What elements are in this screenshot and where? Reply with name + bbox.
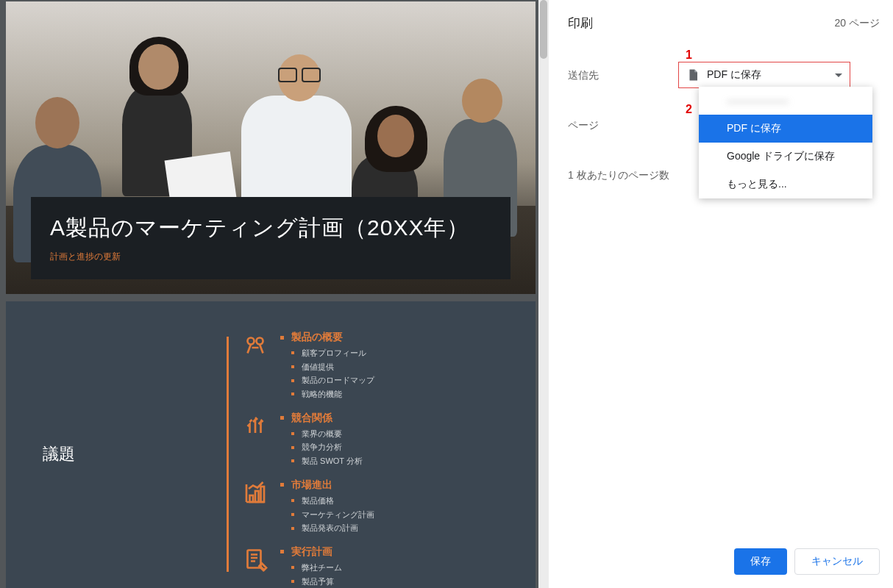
agenda-section: 実行計画弊社チーム製品予算進捗状況の更新次へ — [242, 545, 513, 588]
agenda-sub-item: 顧客プロフィール — [291, 346, 513, 360]
pages-per-sheet-label: 1 枚あたりのページ数 — [568, 168, 678, 183]
destination-dropdown[interactable]: —————— PDF に保存 Google ドライブに保存 もっと見る... — [699, 87, 872, 198]
preview-slide-2: 議題 製品の概要顧客プロフィール価値提供製品のロードマップ戦略的機能競合関係業界… — [6, 301, 536, 588]
cancel-button[interactable]: キャンセル — [794, 548, 880, 575]
agenda-section-head: 製品の概要 — [280, 331, 513, 344]
agenda-divider — [227, 337, 229, 572]
agenda-sub-item: 戦略的機能 — [291, 387, 513, 401]
dropdown-item-printer[interactable]: —————— — [699, 87, 872, 115]
agenda-section: 製品の概要顧客プロフィール価値提供製品のロードマップ戦略的機能 — [242, 331, 513, 401]
agenda-sub-item: 競争力分析 — [291, 440, 513, 454]
agenda-sub-item: 製品予算 — [291, 575, 513, 588]
agenda-section: 競合関係業界の概要競争力分析製品 SWOT 分析 — [242, 412, 513, 468]
destination-select[interactable]: PDF に保存 — [678, 62, 850, 88]
agenda-section-icon — [242, 332, 268, 359]
dialog-footer: 保存 キャンセル — [568, 537, 880, 575]
save-button[interactable]: 保存 — [734, 548, 787, 575]
svg-point-0 — [248, 338, 255, 345]
agenda-sub-item: マーケティング計画 — [291, 508, 513, 522]
page-count: 20 ページ — [835, 17, 880, 30]
destination-value: PDF に保存 — [707, 68, 835, 82]
agenda-sub-item: 弊社チーム — [291, 561, 513, 575]
preview-scrollbar[interactable] — [538, 0, 549, 588]
preview-slide-1: A製品のマーケティング計画（20XX年） 計画と進捗の更新 — [6, 1, 536, 294]
agenda-body: 製品の概要顧客プロフィール価値提供製品のロードマップ戦略的機能競合関係業界の概要… — [242, 331, 513, 578]
agenda-section-icon — [242, 547, 268, 573]
svg-point-1 — [257, 338, 263, 345]
agenda-sub-item: 製品発表の計画 — [291, 521, 513, 535]
svg-rect-2 — [250, 495, 254, 502]
slide1-title: A製品のマーケティング計画（20XX年） — [50, 213, 491, 243]
agenda-sub-item: 製品価格 — [291, 494, 513, 508]
agenda-section-head: 競合関係 — [280, 412, 513, 425]
print-preview-pane: A製品のマーケティング計画（20XX年） 計画と進捗の更新 議題 製品の概要顧客… — [0, 0, 549, 588]
agenda-section-head: 実行計画 — [280, 545, 513, 559]
slide1-title-box: A製品のマーケティング計画（20XX年） 計画と進捗の更新 — [31, 197, 510, 279]
chevron-down-icon — [835, 74, 842, 77]
slide1-subtitle: 計画と進捗の更新 — [50, 251, 491, 263]
dropdown-item-more[interactable]: もっと見る... — [699, 171, 872, 198]
svg-rect-4 — [261, 487, 265, 502]
agenda-sub-item: 価値提供 — [291, 360, 513, 374]
pdf-icon — [686, 67, 700, 83]
print-title: 印刷 — [568, 15, 593, 32]
agenda-section-icon — [242, 413, 268, 440]
agenda-section: 市場進出製品価格マーケティング計画製品発表の計画 — [242, 478, 513, 535]
agenda-sub-item: 業界の概要 — [291, 427, 513, 441]
agenda-sub-item: 製品のロードマップ — [291, 373, 513, 387]
destination-label: 送信先 — [568, 68, 678, 83]
agenda-section-icon — [242, 480, 268, 506]
dropdown-item-pdf[interactable]: PDF に保存 — [699, 115, 872, 143]
agenda-sub-item: 製品 SWOT 分析 — [291, 454, 513, 468]
scrollbar-thumb[interactable] — [540, 0, 547, 59]
svg-rect-3 — [255, 491, 259, 502]
agenda-section-head: 市場進出 — [280, 478, 513, 492]
dropdown-item-drive[interactable]: Google ドライブに保存 — [699, 143, 872, 171]
pages-label: ページ — [568, 118, 678, 133]
agenda-title: 議題 — [43, 443, 75, 465]
